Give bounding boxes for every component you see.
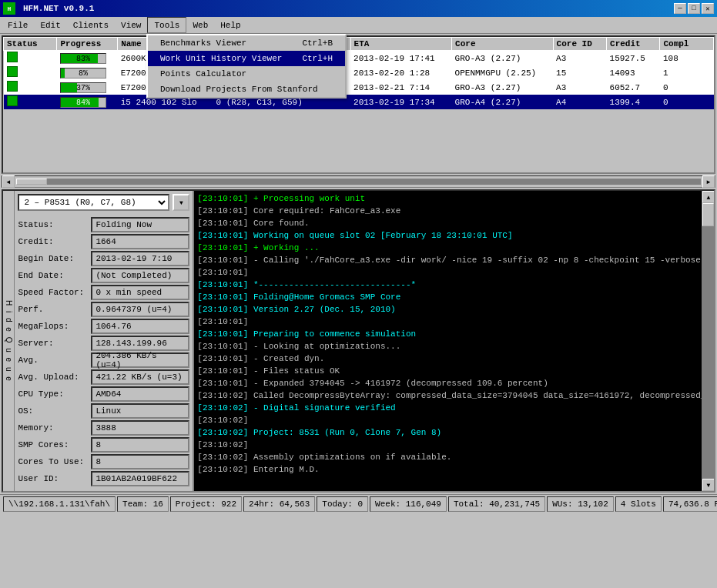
col-core[interactable]: Core bbox=[452, 38, 554, 51]
log-line: [23:10:01] Folding@Home Gromacs SMP Core bbox=[197, 291, 711, 303]
menu-file[interactable]: File bbox=[2, 17, 34, 33]
log-line: [23:10:01] Working on queue slot 02 [Feb… bbox=[197, 229, 711, 242]
vscroll-thumb[interactable] bbox=[702, 203, 714, 226]
log-line: [23:10:02] bbox=[197, 414, 711, 426]
progress-cell: 8% bbox=[57, 65, 118, 80]
info-row: OS:Linux bbox=[18, 403, 189, 419]
title-bar-left: H HFM.NET v0.9.1 bbox=[3, 2, 94, 15]
col-coreid[interactable]: Core ID bbox=[553, 38, 606, 51]
status-project: Project: 922 bbox=[170, 496, 242, 512]
status-today: Today: 0 bbox=[317, 496, 368, 512]
menu-download-projects[interactable]: Download Projects From Stanford bbox=[148, 82, 345, 97]
close-button[interactable]: ✕ bbox=[702, 3, 714, 14]
menu-clients[interactable]: Clients bbox=[67, 17, 115, 33]
col-progress[interactable]: Progress bbox=[57, 38, 118, 51]
table-cell: A3 bbox=[553, 51, 606, 66]
menu-benchmarks-viewer[interactable]: Benchmarks Viewer Ctrl+B bbox=[148, 35, 345, 51]
log-vertical-scrollbar[interactable]: ▲ ▼ bbox=[702, 191, 714, 491]
menu-tools[interactable]: Tools bbox=[147, 17, 186, 33]
menu-web[interactable]: Web bbox=[186, 17, 214, 33]
table-cell: A3 bbox=[553, 80, 606, 95]
status-path: \\192.168.1.131\fah\ bbox=[3, 496, 116, 512]
log-line: [23:10:02] Called DecompressByteArray: c… bbox=[197, 389, 711, 402]
info-value: (Not Completed) bbox=[91, 268, 189, 283]
slot-info-scroll: Status:Folding NowCredit:1664Begin Date:… bbox=[15, 214, 193, 491]
log-line: [23:10:01] Preparing to commence simulat… bbox=[197, 328, 711, 340]
table-cell: 108 bbox=[660, 51, 714, 66]
maximize-button[interactable]: □ bbox=[688, 3, 700, 14]
info-value: 1B01AB2A019BF622 bbox=[91, 471, 189, 486]
table-cell: 14093 bbox=[607, 65, 660, 80]
table-row[interactable]: 83%2600K 4.6G(R0, C7, G8)2013-02-19 17:4… bbox=[4, 51, 714, 66]
info-label: Memory: bbox=[18, 423, 91, 433]
log-line: [23:10:01] *----------------------------… bbox=[197, 279, 711, 291]
menu-edit[interactable]: Edit bbox=[34, 17, 66, 33]
table-row[interactable]: 84%i5 2400 102 Slo0 (R28, C13, G59)2013-… bbox=[4, 95, 714, 109]
info-label: CPU Type: bbox=[18, 389, 91, 399]
slot-select-dropdown[interactable]: 2 – P8531 (R0, C7, G8) bbox=[18, 194, 169, 211]
log-line: [23:10:02] Project: 8531 (Run 0, Clone 7… bbox=[197, 426, 711, 439]
table-row[interactable]: 37%E7200_GTX579 (R4, C64, G221)2013-02-2… bbox=[4, 80, 714, 95]
slot-panel: 2 – P8531 (R0, C7, G8) ▼ Status:Folding … bbox=[15, 191, 194, 491]
info-value: 1064.76 bbox=[91, 319, 189, 334]
status-cell bbox=[4, 51, 57, 66]
title-bar-text: HFM.NET v0.9.1 bbox=[23, 4, 94, 13]
log-line: [23:10:01] - Calling './FahCore_a3.exe -… bbox=[197, 254, 711, 266]
info-label: Begin Date: bbox=[18, 254, 91, 263]
menu-points-calculator[interactable]: Points Calculator bbox=[148, 66, 345, 82]
status-total: Total: 40,231,745 bbox=[448, 496, 545, 512]
info-label: Credit: bbox=[18, 237, 91, 246]
info-value: 3888 bbox=[91, 420, 189, 436]
info-row: User ID:1B01AB2A019BF622 bbox=[18, 471, 189, 486]
info-value: 128.143.199.96 bbox=[91, 336, 189, 351]
col-compl[interactable]: Compl bbox=[660, 38, 714, 51]
status-slots: 4 Slots bbox=[615, 496, 662, 512]
table-cell: 6052.7 bbox=[607, 80, 660, 95]
log-line: [23:10:01] + Working ... bbox=[197, 242, 711, 254]
log-line: [23:10:02] bbox=[197, 439, 711, 451]
minimize-button[interactable]: ─ bbox=[674, 3, 686, 14]
scroll-right-button[interactable]: ► bbox=[702, 175, 715, 188]
menu-help[interactable]: Help bbox=[214, 17, 246, 33]
log-line: [23:10:02] - Digital signature verified bbox=[197, 402, 711, 414]
table-cell: 15927.5 bbox=[607, 51, 660, 66]
table-cell: 2013-02-21 7:14 bbox=[350, 80, 452, 95]
info-value: Folding Now bbox=[91, 217, 189, 232]
log-line: [23:10:02] Assembly optimizations on if … bbox=[197, 451, 711, 463]
menu-bar: File Edit Clients View Tools Web Help bbox=[0, 17, 717, 34]
menu-work-unit-history[interactable]: Work Unit History Viewer Ctrl+H bbox=[148, 51, 345, 66]
col-credit[interactable]: Credit bbox=[607, 38, 660, 51]
table-cell: 2013-02-19 17:34 bbox=[350, 95, 452, 109]
slot-dropdown-button[interactable]: ▼ bbox=[173, 194, 189, 211]
info-row: Status:Folding Now bbox=[18, 217, 189, 232]
log-content[interactable]: [23:10:01] + Processing work unit[23:10:… bbox=[194, 191, 714, 491]
info-row: CPU Type:AMD64 bbox=[18, 386, 189, 402]
scroll-track[interactable] bbox=[16, 179, 701, 185]
info-row: Avg.204.386 KB/s (u=4) bbox=[18, 352, 189, 368]
info-value: 1664 bbox=[91, 234, 189, 249]
info-label: Speed Factor: bbox=[18, 288, 91, 297]
status-bar: \\192.168.1.131\fah\ Team: 16 Project: 9… bbox=[0, 494, 717, 513]
status-24hr: 24hr: 64,563 bbox=[243, 496, 315, 512]
hide-queue-button[interactable]: H i d e Q u e u e bbox=[3, 191, 15, 491]
table-horizontal-scrollbar[interactable]: ◄ ► bbox=[2, 175, 715, 188]
info-row: End Date:(Not Completed) bbox=[18, 268, 189, 283]
table-cell: 15 bbox=[553, 65, 606, 80]
status-team: Team: 16 bbox=[117, 496, 169, 512]
log-line: [23:10:01] + Processing work unit bbox=[197, 192, 711, 205]
vscroll-track[interactable] bbox=[702, 203, 714, 479]
col-eta[interactable]: ETA bbox=[350, 38, 452, 51]
info-label: SMP Cores: bbox=[18, 440, 91, 449]
info-value: 0 x min speed bbox=[91, 285, 189, 300]
table-cell: 0 bbox=[660, 95, 714, 109]
menu-view[interactable]: View bbox=[115, 17, 147, 33]
scroll-up-button[interactable]: ▲ bbox=[702, 191, 715, 203]
info-label: MegaFlops: bbox=[18, 322, 91, 331]
scroll-down-button[interactable]: ▼ bbox=[702, 479, 715, 491]
table-cell: 2013-02-20 1:28 bbox=[350, 65, 452, 80]
table-row[interactable]: 8%E7200_GTX575 (R201, C0, G173)2013-02-2… bbox=[4, 65, 714, 80]
col-status[interactable]: Status bbox=[4, 38, 57, 51]
scroll-left-button[interactable]: ◄ bbox=[2, 175, 15, 188]
info-label: Server: bbox=[18, 339, 91, 348]
scroll-thumb[interactable] bbox=[16, 179, 47, 185]
